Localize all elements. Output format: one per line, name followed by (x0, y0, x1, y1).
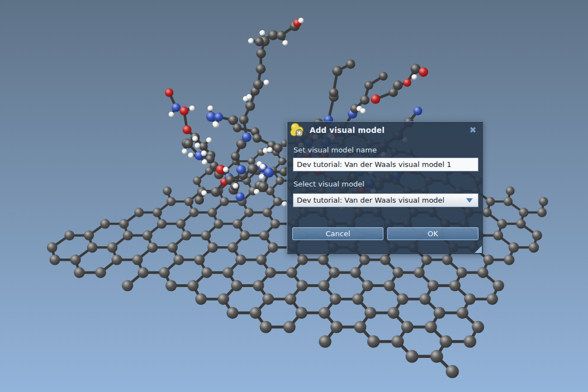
ok-button[interactable]: OK (387, 227, 478, 240)
add-visual-model-dialog: Add visual model ✖ Set visual model name… (287, 121, 483, 254)
add-visual-model-icon (289, 122, 304, 137)
model-select-label: Select visual model (293, 180, 364, 188)
close-icon[interactable]: ✖ (468, 123, 478, 136)
dialog-title: Add visual model (310, 122, 385, 138)
dialog-titlebar[interactable]: Add visual model ✖ (287, 122, 482, 138)
cancel-button[interactable]: Cancel (292, 227, 383, 240)
visual-model-select-value: Dev tutorial: Van der Waals visual model (297, 194, 444, 207)
name-field-label: Set visual model name (293, 146, 377, 154)
visual-model-name-input[interactable] (293, 157, 478, 171)
resize-grip-icon[interactable] (475, 246, 482, 253)
visual-model-select[interactable]: Dev tutorial: Van der Waals visual model (293, 193, 478, 207)
chevron-down-icon (466, 198, 473, 203)
